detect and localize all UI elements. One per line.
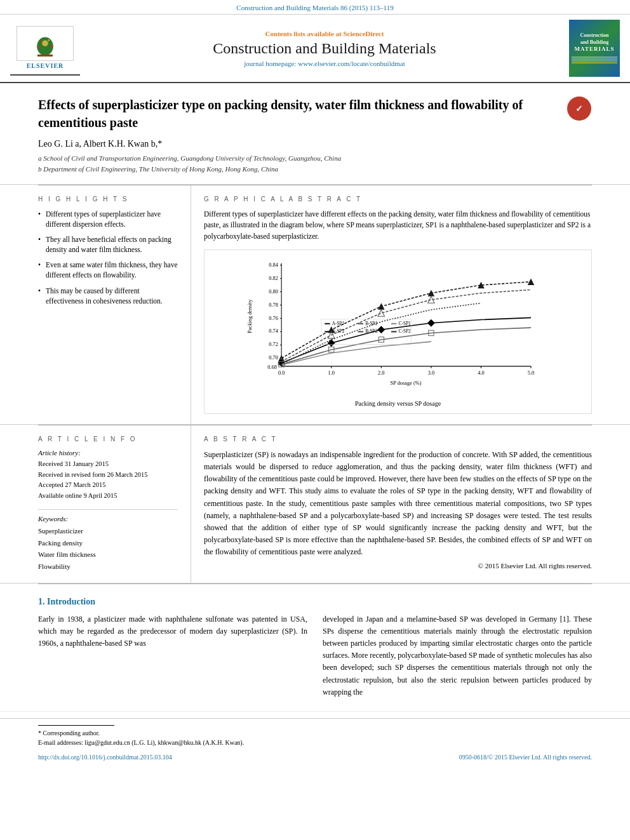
- accepted-date: Accepted 27 March 2015: [38, 480, 178, 491]
- article-title: Effects of superplasticizer type on pack…: [38, 96, 554, 131]
- doi-link[interactable]: http://dx.doi.org/10.1016/j.conbuildmat.…: [38, 754, 172, 761]
- corresponding-author-note: * Corresponding author.: [38, 728, 592, 738]
- article-info-heading: A R T I C L E I N F O: [38, 436, 178, 443]
- svg-text:0.82: 0.82: [269, 275, 278, 281]
- introduction-section: 1. Introduction Early in 1938, a plastic…: [0, 584, 630, 712]
- issn-text: 0950-0618/© 2015 Elsevier Ltd. All right…: [459, 754, 592, 761]
- svg-rect-54: [377, 326, 385, 333]
- abstract-heading: A B S T R A C T: [204, 436, 592, 443]
- svg-text:0.78: 0.78: [269, 302, 278, 307]
- keyword-2: Packing density: [38, 537, 178, 549]
- packing-density-chart: 0.84 0.82 0.80 0.78 0.76 0.74 0.72 0.70 …: [204, 250, 592, 414]
- crossmark-badge[interactable]: ✓: [567, 97, 591, 121]
- article-history: Article history: Received 31 January 201…: [38, 449, 178, 502]
- article-info-section: A R T I C L E I N F O Article history: R…: [0, 425, 630, 583]
- keyword-4: Flowability: [38, 561, 178, 573]
- svg-text:A-SP1: A-SP1: [332, 321, 345, 326]
- graphical-abstract-column: G R A P H I C A L A B S T R A C T Differ…: [191, 185, 592, 424]
- intro-two-col: Early in 1938, a plasticizer made with n…: [38, 613, 592, 698]
- svg-text:0.70: 0.70: [269, 355, 278, 361]
- svg-rect-55: [427, 319, 435, 327]
- journal-url[interactable]: www.elsevier.com/locate/conbuildmat: [298, 60, 405, 67]
- svg-point-5: [41, 40, 43, 42]
- keywords-section: Keywords: Superplasticizer Packing densi…: [38, 515, 178, 573]
- svg-rect-70: [391, 331, 396, 332]
- highlight-item-1: Different types of superplasticizer have…: [38, 209, 178, 229]
- svg-text:1.0: 1.0: [328, 370, 335, 376]
- journal-center-info: Contents lists available at ScienceDirec…: [80, 30, 569, 67]
- highlights-column: H I G H L I G H T S Different types of s…: [38, 185, 178, 424]
- keyword-1: Superplasticizer: [38, 525, 178, 537]
- footnote-section: * Corresponding author. E-mail addresses…: [0, 718, 630, 751]
- affiliation-a: a School of Civil and Transportation Eng…: [38, 153, 592, 164]
- bottom-links: http://dx.doi.org/10.1016/j.conbuildmat.…: [0, 751, 630, 763]
- intro-left-text: Early in 1938, a plasticizer made with n…: [38, 613, 307, 698]
- journal-title: Construction and Building Materials: [80, 40, 569, 57]
- highlights-graphical-section: H I G H L I G H T S Different types of s…: [0, 185, 630, 425]
- sciencedirect-name[interactable]: ScienceDirect: [343, 30, 384, 37]
- footnote-rule: [38, 725, 114, 726]
- svg-rect-64: [391, 323, 396, 324]
- graphical-abstract-heading: G R A P H I C A L A B S T R A C T: [204, 196, 592, 203]
- svg-text:0.76: 0.76: [269, 315, 278, 321]
- svg-rect-68: [358, 331, 363, 332]
- received-date: Received 31 January 2015: [38, 459, 178, 470]
- abstract-column: A B S T R A C T Superplasticizer (SP) is…: [191, 425, 592, 583]
- svg-text:2.0: 2.0: [378, 370, 384, 376]
- svg-marker-47: [528, 278, 534, 284]
- received-revised-date: Received in revised form 26 March 2015: [38, 470, 178, 481]
- svg-marker-45: [428, 290, 434, 296]
- svg-text:4.0: 4.0: [478, 370, 484, 376]
- highlight-item-2: They all have beneficial effects on pack…: [38, 234, 178, 255]
- elsevier-tree-svg: [20, 31, 70, 57]
- svg-text:C-SP2: C-SP2: [399, 328, 411, 334]
- svg-text:SP dosage (%): SP dosage (%): [391, 380, 422, 386]
- elsevier-tree-image: [17, 26, 74, 61]
- svg-text:5.0: 5.0: [528, 370, 534, 376]
- svg-text:B-SP2: B-SP2: [365, 328, 377, 334]
- journal-citation-bar: Construction and Building Materials 86 (…: [0, 0, 630, 15]
- sciencedirect-line: Contents lists available at ScienceDirec…: [80, 30, 569, 37]
- svg-text:3.0: 3.0: [428, 370, 434, 376]
- svg-text:0.84: 0.84: [269, 262, 278, 267]
- svg-rect-53: [328, 339, 335, 347]
- svg-rect-66: [325, 331, 330, 332]
- svg-rect-7: [37, 54, 53, 56]
- affiliations: a School of Civil and Transportation Eng…: [38, 153, 592, 174]
- svg-text:0.68: 0.68: [267, 364, 277, 370]
- cover-title-text: Constructionand BuildingMATERIALS: [575, 32, 615, 53]
- crossmark-area[interactable]: ✓: [566, 96, 592, 121]
- journal-citation: Construction and Building Materials 86 (…: [236, 4, 393, 11]
- svg-text:0.74: 0.74: [269, 328, 278, 334]
- journal-homepage: journal homepage: www.elsevier.com/locat…: [80, 60, 569, 67]
- svg-rect-62: [358, 323, 363, 324]
- article-info-left: A R T I C L E I N F O Article history: R…: [38, 425, 178, 583]
- chart-title: Packing density versus SP dosage: [211, 400, 585, 407]
- intro-heading: 1. Introduction: [38, 597, 592, 607]
- svg-text:A-SP2: A-SP2: [332, 328, 345, 334]
- journal-cover-image: Constructionand BuildingMATERIALS: [569, 20, 620, 77]
- svg-text:✓: ✓: [575, 104, 583, 114]
- crossmark-icon: ✓: [572, 101, 587, 116]
- available-date: Available online 9 April 2015: [38, 491, 178, 502]
- highlights-list: Different types of superplasticizer have…: [38, 209, 178, 306]
- svg-point-6: [48, 39, 50, 41]
- cover-decorative-lines: [572, 56, 617, 64]
- history-heading: Article history:: [38, 449, 178, 457]
- svg-rect-60: [325, 323, 330, 324]
- highlights-heading: H I G H L I G H T S: [38, 196, 178, 203]
- keywords-heading: Keywords:: [38, 515, 178, 523]
- authors-line: Leo G. Li a, Albert K.H. Kwan b,*: [38, 139, 592, 149]
- svg-marker-50: [378, 310, 384, 316]
- article-title-section: Effects of superplasticizer type on pack…: [0, 83, 630, 185]
- article-title-row: Effects of superplasticizer type on pack…: [38, 96, 592, 131]
- chart-svg: 0.84 0.82 0.80 0.78 0.76 0.74 0.72 0.70 …: [211, 257, 585, 396]
- email-addresses: E-mail addresses: ligu@gdut.edu.cn (L.G.…: [38, 738, 592, 747]
- journal-header: ELSEVIER Contents lists available at Sci…: [0, 15, 630, 83]
- svg-text:0.72: 0.72: [269, 342, 278, 347]
- abstract-copyright: © 2015 Elsevier Ltd. All rights reserved…: [204, 562, 592, 570]
- elsevier-logo-area: ELSEVIER: [10, 21, 80, 76]
- highlight-item-4: This may be caused by different effectiv…: [38, 286, 178, 306]
- intro-right-text: developed in Japan and a melamine-based …: [323, 613, 592, 698]
- highlight-item-3: Even at same water film thickness, they …: [38, 260, 178, 280]
